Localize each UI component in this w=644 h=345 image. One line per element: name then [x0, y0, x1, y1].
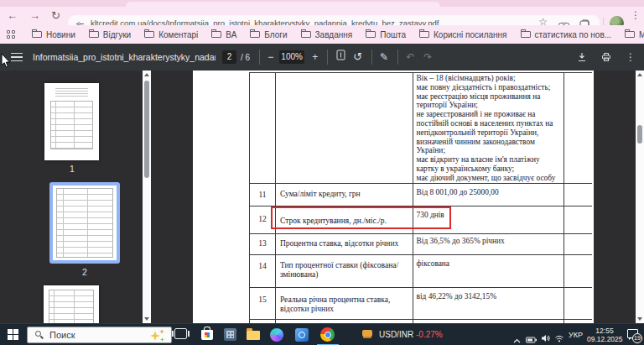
- folder-icon: [211, 31, 221, 38]
- requirement-line: має реєстрацію місця проживання на: [417, 92, 563, 102]
- table-row-14: 14 Тип процентної ставки (фіксована/змін…: [250, 255, 592, 288]
- tab-strip: [0, 0, 644, 7]
- date: 09.12.2025: [587, 335, 622, 343]
- browser-menu-icon[interactable]: ⋮: [631, 9, 641, 21]
- copilot-sparkle-icon: [150, 331, 160, 341]
- forward-icon[interactable]: →: [29, 7, 40, 25]
- time: 12:55: [587, 327, 622, 335]
- bookmark-folder[interactable]: Коментарі: [144, 30, 198, 39]
- folder-icon: [521, 31, 531, 38]
- pdf-toolbar-divider: [327, 50, 328, 65]
- bookmark-folder[interactable]: ВА: [211, 30, 236, 39]
- zoom-in-button[interactable]: +: [312, 44, 318, 71]
- chrome-icon[interactable]: [320, 327, 335, 342]
- page-scrollbar[interactable]: [636, 71, 644, 323]
- copilot-sparkle-icon: [159, 329, 164, 334]
- copilot-sparkle-icon: [160, 337, 164, 342]
- requirement-line: не зареєстрований і не проживає на: [417, 110, 563, 119]
- clock[interactable]: 12:55 09.12.2025: [587, 327, 622, 343]
- thumbnail-page-3[interactable]: [44, 285, 99, 323]
- scroll-up-icon[interactable]: [144, 73, 149, 76]
- thumbnail-page-2-selected[interactable]: [49, 182, 120, 264]
- bookmark-folder[interactable]: МФО: [625, 30, 644, 39]
- sidebar-scrollbar-thumb[interactable]: [144, 81, 149, 178]
- calculator-icon[interactable]: [224, 328, 236, 341]
- page-number-input[interactable]: 2: [222, 50, 236, 64]
- mouse-cursor: [1, 54, 11, 68]
- requirement-line: постійній основі в населених пунктах на: [417, 119, 563, 128]
- page-total: / 6: [241, 53, 250, 62]
- network-icon[interactable]: [554, 331, 564, 345]
- pdf-more-menu-icon[interactable]: ⋮: [626, 51, 636, 63]
- zoom-level[interactable]: 100%: [279, 50, 304, 64]
- row-value: фіксована: [413, 255, 565, 287]
- row-label: Реальна річна процентна ставка, відсотки…: [276, 288, 413, 319]
- thumbnail-page-1[interactable]: [44, 83, 99, 160]
- row-number: 15: [250, 288, 276, 319]
- windows-taskbar: Поиск USD/INR -0.27% УКР 12:55 09.12.202…: [0, 323, 644, 345]
- currency-change[interactable]: -0.27%: [416, 330, 443, 339]
- folder-icon: [144, 31, 154, 38]
- bookmark-folder[interactable]: статистика по нов...: [521, 30, 612, 39]
- annotate-pen-icon[interactable]: ✎: [380, 44, 388, 71]
- requirement-line: має відкриту на власне ім'я платіжну: [417, 155, 563, 165]
- pdf-menu-icon[interactable]: [11, 53, 23, 62]
- apps-grid-icon[interactable]: [7, 30, 15, 39]
- requirement-line: має діючий документ, що засвідчує особу: [417, 174, 563, 183]
- back-icon[interactable]: ←: [7, 7, 18, 25]
- table-row-15: 15 Реальна річна процентна ставка, відсо…: [250, 288, 592, 320]
- battery-icon[interactable]: [526, 332, 537, 345]
- table-row-11: 11 Сума/ліміт кредиту, грн Від 8 001,00 …: [250, 184, 592, 206]
- currency-pair[interactable]: USD/INR: [379, 330, 413, 339]
- pdf-toolbar-divider: [259, 50, 260, 65]
- search-icon: [35, 331, 41, 337]
- zoom-out-button[interactable]: −: [267, 44, 273, 71]
- bookmark-folder[interactable]: Новини: [32, 30, 75, 39]
- requirement-line: Вік – 18 (вісімнадцять) років;: [417, 74, 563, 83]
- requirement-line: території України;: [417, 101, 563, 110]
- folder-icon: [301, 31, 311, 38]
- rotate-icon[interactable]: ↺: [353, 44, 362, 71]
- photos-app-icon[interactable]: [295, 328, 309, 342]
- requirement-line: картку в українському банку;: [417, 165, 563, 174]
- row-label: Процентна ставка, відсотки річних: [276, 234, 413, 254]
- page-scrollbar-thumb[interactable]: [637, 125, 642, 144]
- scroll-down-icon[interactable]: [637, 317, 642, 321]
- folder-icon: [419, 31, 429, 38]
- bookmark-folder[interactable]: Завдання: [301, 30, 353, 39]
- pdf-toolbar-divider: [371, 50, 372, 65]
- notification-badge: 19: [632, 333, 642, 343]
- currency-widget-icon[interactable]: [362, 330, 372, 337]
- reload-icon[interactable]: ↻: [51, 7, 60, 25]
- requirement-line: має повну дієздатність і правоздатність;: [417, 83, 563, 92]
- requirement-line: непідконтрольній території України,: [417, 128, 563, 138]
- browser-toolbar: ← → ↻ kltcredit.com.ua/docs/Informatsiia…: [0, 7, 644, 25]
- keyboard-language[interactable]: УКР: [569, 331, 583, 339]
- taskbar-search-box[interactable]: Поиск: [27, 327, 172, 343]
- scroll-down-icon[interactable]: [144, 317, 149, 321]
- table-row-13: 13 Процентна ставка, відсотки річних Від…: [250, 234, 592, 255]
- requirement-line: України;: [417, 146, 563, 155]
- bookmark-folder[interactable]: Відгуки: [89, 30, 131, 39]
- fit-page-icon[interactable]: [336, 44, 345, 71]
- tray-expand-icon[interactable]: [513, 332, 521, 345]
- bookmark-folder[interactable]: Корисні посилання: [419, 30, 506, 39]
- row-value: від 46,22% до 3142,15%: [413, 288, 565, 319]
- microsoft-store-icon[interactable]: [201, 330, 213, 340]
- folder-icon: [32, 31, 42, 38]
- copilot-icon[interactable]: [270, 328, 283, 342]
- bookmark-folder[interactable]: Блоги: [250, 30, 287, 39]
- row-number: 13: [250, 234, 276, 254]
- speaker-icon[interactable]: [541, 331, 550, 345]
- folder-icon: [250, 31, 260, 38]
- task-view-icon[interactable]: [174, 328, 187, 339]
- row-number: 14: [250, 255, 276, 287]
- file-explorer-icon[interactable]: [247, 331, 260, 340]
- download-icon[interactable]: [577, 52, 587, 62]
- thumbnail-1-label: 1: [64, 164, 80, 174]
- print-icon[interactable]: [601, 52, 611, 62]
- bookmarks-bar: Новини Відгуки Коментарі ВА Блоги Завдан…: [0, 25, 644, 44]
- bookmark-folder[interactable]: Пошта: [366, 30, 406, 39]
- start-button[interactable]: [8, 329, 18, 340]
- scroll-up-icon[interactable]: [637, 73, 642, 76]
